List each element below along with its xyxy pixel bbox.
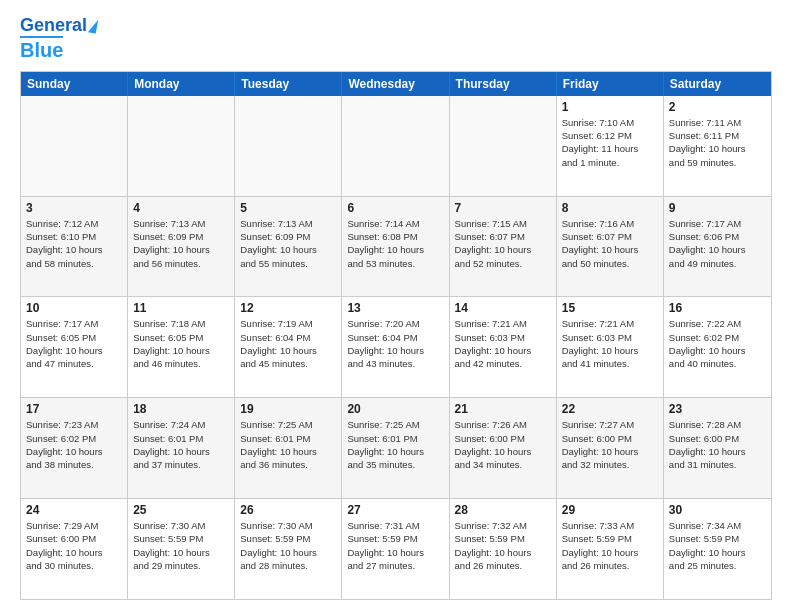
cell-details: Sunrise: 7:30 AMSunset: 5:59 PMDaylight:… [133,519,229,572]
calendar-cell: 22Sunrise: 7:27 AMSunset: 6:00 PMDayligh… [557,398,664,498]
day-number: 12 [240,301,336,315]
cell-details: Sunrise: 7:34 AMSunset: 5:59 PMDaylight:… [669,519,766,572]
cell-details: Sunrise: 7:20 AMSunset: 6:04 PMDaylight:… [347,317,443,370]
calendar-cell: 2Sunrise: 7:11 AMSunset: 6:11 PMDaylight… [664,96,771,196]
header-day-friday: Friday [557,72,664,96]
day-number: 5 [240,201,336,215]
header-day-tuesday: Tuesday [235,72,342,96]
cell-details: Sunrise: 7:11 AMSunset: 6:11 PMDaylight:… [669,116,766,169]
day-number: 18 [133,402,229,416]
day-number: 9 [669,201,766,215]
day-number: 3 [26,201,122,215]
cell-details: Sunrise: 7:28 AMSunset: 6:00 PMDaylight:… [669,418,766,471]
day-number: 21 [455,402,551,416]
cell-details: Sunrise: 7:12 AMSunset: 6:10 PMDaylight:… [26,217,122,270]
cell-details: Sunrise: 7:30 AMSunset: 5:59 PMDaylight:… [240,519,336,572]
header-day-thursday: Thursday [450,72,557,96]
calendar-cell: 13Sunrise: 7:20 AMSunset: 6:04 PMDayligh… [342,297,449,397]
calendar-cell: 28Sunrise: 7:32 AMSunset: 5:59 PMDayligh… [450,499,557,599]
calendar-cell [128,96,235,196]
calendar: SundayMondayTuesdayWednesdayThursdayFrid… [20,71,772,600]
day-number: 24 [26,503,122,517]
calendar-cell: 5Sunrise: 7:13 AMSunset: 6:09 PMDaylight… [235,197,342,297]
calendar-cell: 6Sunrise: 7:14 AMSunset: 6:08 PMDaylight… [342,197,449,297]
header-day-saturday: Saturday [664,72,771,96]
cell-details: Sunrise: 7:16 AMSunset: 6:07 PMDaylight:… [562,217,658,270]
day-number: 20 [347,402,443,416]
calendar-cell: 14Sunrise: 7:21 AMSunset: 6:03 PMDayligh… [450,297,557,397]
day-number: 27 [347,503,443,517]
day-number: 7 [455,201,551,215]
cell-details: Sunrise: 7:22 AMSunset: 6:02 PMDaylight:… [669,317,766,370]
cell-details: Sunrise: 7:13 AMSunset: 6:09 PMDaylight:… [133,217,229,270]
cell-details: Sunrise: 7:17 AMSunset: 6:05 PMDaylight:… [26,317,122,370]
cell-details: Sunrise: 7:21 AMSunset: 6:03 PMDaylight:… [562,317,658,370]
calendar-cell: 8Sunrise: 7:16 AMSunset: 6:07 PMDaylight… [557,197,664,297]
calendar-cell [21,96,128,196]
calendar-cell: 1Sunrise: 7:10 AMSunset: 6:12 PMDaylight… [557,96,664,196]
cell-details: Sunrise: 7:27 AMSunset: 6:00 PMDaylight:… [562,418,658,471]
header-day-monday: Monday [128,72,235,96]
calendar-cell [235,96,342,196]
day-number: 15 [562,301,658,315]
logo-text-blue: Blue [20,36,63,61]
cell-details: Sunrise: 7:19 AMSunset: 6:04 PMDaylight:… [240,317,336,370]
day-number: 19 [240,402,336,416]
day-number: 22 [562,402,658,416]
page: General Blue SundayMondayTuesdayWednesda… [0,0,792,612]
calendar-row-4: 24Sunrise: 7:29 AMSunset: 6:00 PMDayligh… [21,499,771,599]
calendar-cell [450,96,557,196]
cell-details: Sunrise: 7:14 AMSunset: 6:08 PMDaylight:… [347,217,443,270]
calendar-cell: 30Sunrise: 7:34 AMSunset: 5:59 PMDayligh… [664,499,771,599]
cell-details: Sunrise: 7:15 AMSunset: 6:07 PMDaylight:… [455,217,551,270]
cell-details: Sunrise: 7:33 AMSunset: 5:59 PMDaylight:… [562,519,658,572]
cell-details: Sunrise: 7:21 AMSunset: 6:03 PMDaylight:… [455,317,551,370]
cell-details: Sunrise: 7:25 AMSunset: 6:01 PMDaylight:… [347,418,443,471]
calendar-cell: 23Sunrise: 7:28 AMSunset: 6:00 PMDayligh… [664,398,771,498]
calendar-cell: 17Sunrise: 7:23 AMSunset: 6:02 PMDayligh… [21,398,128,498]
cell-details: Sunrise: 7:31 AMSunset: 5:59 PMDaylight:… [347,519,443,572]
cell-details: Sunrise: 7:18 AMSunset: 6:05 PMDaylight:… [133,317,229,370]
cell-details: Sunrise: 7:10 AMSunset: 6:12 PMDaylight:… [562,116,658,169]
calendar-cell: 11Sunrise: 7:18 AMSunset: 6:05 PMDayligh… [128,297,235,397]
calendar-row-2: 10Sunrise: 7:17 AMSunset: 6:05 PMDayligh… [21,297,771,398]
day-number: 13 [347,301,443,315]
day-number: 25 [133,503,229,517]
calendar-row-3: 17Sunrise: 7:23 AMSunset: 6:02 PMDayligh… [21,398,771,499]
calendar-cell: 27Sunrise: 7:31 AMSunset: 5:59 PMDayligh… [342,499,449,599]
header-day-sunday: Sunday [21,72,128,96]
cell-details: Sunrise: 7:29 AMSunset: 6:00 PMDaylight:… [26,519,122,572]
calendar-body: 1Sunrise: 7:10 AMSunset: 6:12 PMDaylight… [21,96,771,599]
day-number: 6 [347,201,443,215]
calendar-cell: 24Sunrise: 7:29 AMSunset: 6:00 PMDayligh… [21,499,128,599]
day-number: 14 [455,301,551,315]
day-number: 28 [455,503,551,517]
cell-details: Sunrise: 7:23 AMSunset: 6:02 PMDaylight:… [26,418,122,471]
calendar-cell: 25Sunrise: 7:30 AMSunset: 5:59 PMDayligh… [128,499,235,599]
calendar-cell: 21Sunrise: 7:26 AMSunset: 6:00 PMDayligh… [450,398,557,498]
calendar-cell: 20Sunrise: 7:25 AMSunset: 6:01 PMDayligh… [342,398,449,498]
cell-details: Sunrise: 7:13 AMSunset: 6:09 PMDaylight:… [240,217,336,270]
cell-details: Sunrise: 7:26 AMSunset: 6:00 PMDaylight:… [455,418,551,471]
header-day-wednesday: Wednesday [342,72,449,96]
calendar-cell: 12Sunrise: 7:19 AMSunset: 6:04 PMDayligh… [235,297,342,397]
calendar-row-0: 1Sunrise: 7:10 AMSunset: 6:12 PMDaylight… [21,96,771,197]
logo: General Blue [20,16,97,61]
calendar-cell: 29Sunrise: 7:33 AMSunset: 5:59 PMDayligh… [557,499,664,599]
calendar-row-1: 3Sunrise: 7:12 AMSunset: 6:10 PMDaylight… [21,197,771,298]
calendar-cell: 19Sunrise: 7:25 AMSunset: 6:01 PMDayligh… [235,398,342,498]
cell-details: Sunrise: 7:32 AMSunset: 5:59 PMDaylight:… [455,519,551,572]
day-number: 2 [669,100,766,114]
calendar-cell: 4Sunrise: 7:13 AMSunset: 6:09 PMDaylight… [128,197,235,297]
day-number: 8 [562,201,658,215]
calendar-cell: 16Sunrise: 7:22 AMSunset: 6:02 PMDayligh… [664,297,771,397]
cell-details: Sunrise: 7:25 AMSunset: 6:01 PMDaylight:… [240,418,336,471]
day-number: 16 [669,301,766,315]
day-number: 23 [669,402,766,416]
calendar-cell: 7Sunrise: 7:15 AMSunset: 6:07 PMDaylight… [450,197,557,297]
calendar-cell: 10Sunrise: 7:17 AMSunset: 6:05 PMDayligh… [21,297,128,397]
page-header: General Blue [20,16,772,61]
cell-details: Sunrise: 7:24 AMSunset: 6:01 PMDaylight:… [133,418,229,471]
logo-text-general: General [20,16,87,36]
calendar-cell: 15Sunrise: 7:21 AMSunset: 6:03 PMDayligh… [557,297,664,397]
